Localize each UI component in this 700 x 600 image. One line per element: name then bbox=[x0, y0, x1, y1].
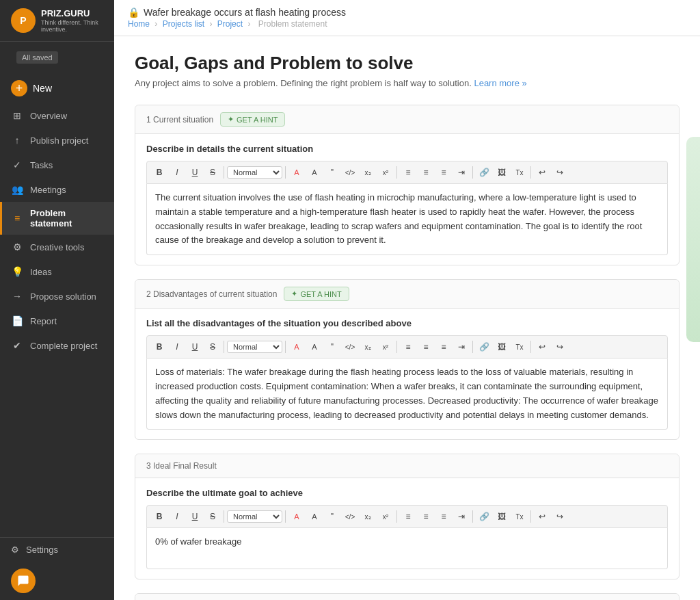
bold-button[interactable]: B bbox=[151, 339, 167, 355]
underline-button[interactable]: U bbox=[187, 339, 203, 355]
sidebar-label-problem: Problem statement bbox=[30, 208, 103, 229]
indent-button[interactable]: ⇥ bbox=[453, 339, 470, 355]
section-card-3: 3 Ideal Final Result Describe the ultima… bbox=[135, 454, 679, 579]
undo-button[interactable]: ↩ bbox=[534, 508, 550, 525]
superscript-button[interactable]: x² bbox=[377, 164, 394, 181]
all-saved-badge: All saved bbox=[16, 51, 58, 64]
bold-button[interactable]: B bbox=[151, 508, 167, 525]
italic-button[interactable]: I bbox=[169, 508, 185, 525]
code-button[interactable]: </> bbox=[342, 339, 358, 355]
format-select[interactable]: NormalHeading 1Heading 2 bbox=[227, 510, 282, 523]
format-select[interactable]: NormalHeading 1Heading 2 bbox=[227, 166, 282, 179]
strikethrough-button[interactable]: S bbox=[204, 508, 221, 525]
image-button[interactable]: 🖼 bbox=[494, 508, 510, 525]
code-button[interactable]: </> bbox=[342, 164, 358, 181]
subscript-button[interactable]: x₂ bbox=[360, 339, 376, 355]
underline-button[interactable]: U bbox=[187, 164, 203, 181]
subscript-button[interactable]: x₂ bbox=[360, 164, 376, 181]
ul-button[interactable]: ≡ bbox=[418, 339, 434, 355]
underline-button[interactable]: U bbox=[187, 508, 203, 525]
chat-button[interactable] bbox=[11, 569, 36, 593]
meetings-icon: 👥 bbox=[11, 183, 23, 196]
ol-button[interactable]: ≡ bbox=[400, 508, 416, 525]
font-bg-button[interactable]: A bbox=[306, 339, 323, 355]
sidebar-item-ideas[interactable]: 💡 Ideas bbox=[0, 259, 114, 284]
link-button[interactable]: 🔗 bbox=[476, 164, 492, 181]
clear-format-button[interactable]: Tx bbox=[511, 508, 528, 525]
toolbar-separator3 bbox=[396, 510, 397, 523]
editor-body-3[interactable]: 0% of wafer breakage bbox=[146, 528, 668, 569]
clear-format-button[interactable]: Tx bbox=[511, 339, 528, 355]
ul-button[interactable]: ≡ bbox=[418, 508, 434, 525]
indent-button[interactable]: ⇥ bbox=[453, 164, 470, 181]
indent-button[interactable]: ⇥ bbox=[453, 508, 470, 525]
sidebar-item-report[interactable]: 📄 Report bbox=[0, 309, 114, 333]
breadcrumb-home[interactable]: Home bbox=[128, 19, 150, 29]
ol-button[interactable]: ≡ bbox=[400, 339, 416, 355]
ul-button[interactable]: ≡ bbox=[418, 164, 434, 181]
italic-button[interactable]: I bbox=[169, 164, 185, 181]
redo-button[interactable]: ↪ bbox=[552, 164, 568, 181]
toolbar-separator bbox=[224, 341, 224, 353]
complete-icon: ✔ bbox=[11, 339, 23, 352]
quote-button[interactable]: " bbox=[324, 164, 340, 181]
italic-button[interactable]: I bbox=[169, 339, 185, 355]
redo-button[interactable]: ↪ bbox=[552, 508, 568, 525]
breadcrumb-projects[interactable]: Projects list bbox=[163, 19, 204, 29]
editor-toolbar: B I U S NormalHeading 1Heading 2 A A " <… bbox=[146, 505, 668, 528]
clear-format-button[interactable]: Tx bbox=[511, 164, 528, 181]
sidebar-label-creative: Creative tools bbox=[30, 242, 84, 252]
font-color-button[interactable]: A bbox=[288, 339, 305, 355]
sidebar-item-creative[interactable]: ⚙ Creative tools bbox=[0, 235, 114, 259]
sidebar-item-problem[interactable]: ≡ Problem statement bbox=[0, 202, 114, 235]
new-button[interactable]: + New bbox=[0, 73, 114, 103]
get-hint-button-1[interactable]: ✦ GET A HINT bbox=[220, 112, 285, 127]
superscript-button[interactable]: x² bbox=[377, 508, 394, 525]
sidebar-item-propose[interactable]: → Propose solution bbox=[0, 284, 114, 309]
redo-button[interactable]: ↪ bbox=[552, 339, 568, 355]
link-button[interactable]: 🔗 bbox=[476, 339, 492, 355]
learn-more-link[interactable]: Learn more » bbox=[474, 78, 526, 88]
section-content-2: List all the disadvantages of the situat… bbox=[135, 309, 679, 439]
section-num-3: 3 Ideal Final Result bbox=[146, 461, 217, 471]
subscript-button[interactable]: x₂ bbox=[360, 508, 376, 525]
ol-button[interactable]: ≡ bbox=[400, 164, 416, 181]
undo-button[interactable]: ↩ bbox=[534, 339, 550, 355]
strikethrough-button[interactable]: S bbox=[204, 339, 221, 355]
section-header-4: 4 Gaps bbox=[135, 594, 679, 600]
breadcrumb-project[interactable]: Project bbox=[217, 19, 243, 29]
link-button[interactable]: 🔗 bbox=[476, 508, 492, 525]
sidebar-item-complete[interactable]: ✔ Complete project bbox=[0, 333, 114, 358]
undo-button[interactable]: ↩ bbox=[534, 164, 550, 181]
breadcrumb: Home › Projects list › Project › Problem… bbox=[128, 19, 346, 29]
toolbar-separator2 bbox=[285, 166, 286, 179]
font-color-button[interactable]: A bbox=[288, 164, 305, 181]
quote-button[interactable]: " bbox=[324, 508, 340, 525]
settings-item[interactable]: ⚙ Settings bbox=[0, 537, 114, 562]
align-button[interactable]: ≡ bbox=[435, 164, 452, 181]
align-button[interactable]: ≡ bbox=[435, 508, 452, 525]
sidebar-item-publish[interactable]: ↑ Publish project bbox=[0, 128, 114, 153]
bold-button[interactable]: B bbox=[151, 164, 167, 181]
align-button[interactable]: ≡ bbox=[435, 339, 452, 355]
section-card-1: 1 Current situation ✦ GET A HINT Describ… bbox=[135, 105, 679, 265]
editor-body-1[interactable]: The current situation involves the use o… bbox=[146, 184, 668, 255]
sidebar-item-tasks[interactable]: ✓ Tasks bbox=[0, 153, 114, 177]
code-button[interactable]: </> bbox=[342, 508, 358, 525]
font-bg-button[interactable]: A bbox=[306, 508, 323, 525]
sidebar-item-meetings[interactable]: 👥 Meetings bbox=[0, 177, 114, 202]
editor-body-2[interactable]: Loss of materials: The wafer breakage du… bbox=[146, 358, 668, 430]
settings-icon: ⚙ bbox=[11, 545, 19, 555]
get-hint-button-2[interactable]: ✦ GET A HINT bbox=[284, 287, 349, 301]
font-color-button[interactable]: A bbox=[288, 508, 305, 525]
toolbar-separator2 bbox=[285, 510, 286, 523]
font-bg-button[interactable]: A bbox=[306, 164, 323, 181]
image-button[interactable]: 🖼 bbox=[494, 164, 510, 181]
problem-icon: ≡ bbox=[11, 212, 23, 224]
quote-button[interactable]: " bbox=[324, 339, 340, 355]
sidebar-item-overview[interactable]: ⊞ Overview bbox=[0, 103, 114, 128]
image-button[interactable]: 🖼 bbox=[494, 339, 510, 355]
format-select[interactable]: NormalHeading 1Heading 2 bbox=[227, 341, 282, 353]
superscript-button[interactable]: x² bbox=[377, 339, 394, 355]
strikethrough-button[interactable]: S bbox=[204, 164, 221, 181]
